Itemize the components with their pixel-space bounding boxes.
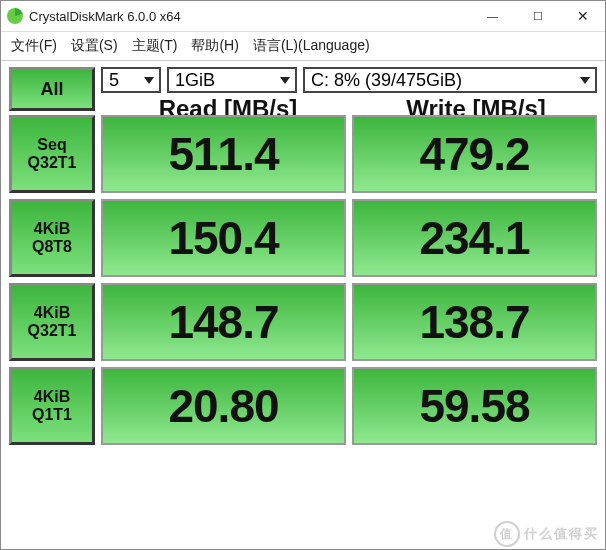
- menu-file[interactable]: 文件(F): [11, 37, 57, 55]
- read-value: 148.7: [101, 283, 346, 361]
- controls-row: All 5 1GiB C: 8% (39/475GiB) Read [MB/s]…: [9, 67, 597, 111]
- all-button[interactable]: All: [9, 67, 95, 111]
- read-value: 150.4: [101, 199, 346, 277]
- write-value: 234.1: [352, 199, 597, 277]
- write-value: 479.2: [352, 115, 597, 193]
- row-label-l2: Q8T8: [32, 238, 72, 256]
- watermark: 值 什么值得买: [494, 521, 599, 547]
- table-row: 4KiB Q8T8 150.4 234.1: [9, 199, 597, 277]
- test-size-select[interactable]: 1GiB: [167, 67, 297, 93]
- row-label-l2: Q1T1: [32, 406, 72, 424]
- app-icon: [7, 8, 23, 24]
- seq-q32t1-button[interactable]: Seq Q32T1: [9, 115, 95, 193]
- titlebar: CrystalDiskMark 6.0.0 x64 — ☐ ✕: [1, 1, 605, 32]
- menu-theme[interactable]: 主题(T): [132, 37, 178, 55]
- table-row: 4KiB Q1T1 20.80 59.58: [9, 367, 597, 445]
- app-window: CrystalDiskMark 6.0.0 x64 — ☐ ✕ 文件(F) 设置…: [0, 0, 606, 550]
- results-grid: Seq Q32T1 511.4 479.2 4KiB Q8T8 150.4 23…: [9, 115, 597, 545]
- write-value: 59.58: [352, 367, 597, 445]
- menubar: 文件(F) 设置(S) 主题(T) 帮助(H) 语言(L)(Language): [1, 32, 605, 61]
- row-label-l2: Q32T1: [28, 322, 77, 340]
- write-value: 138.7: [352, 283, 597, 361]
- menu-settings[interactable]: 设置(S): [71, 37, 118, 55]
- close-button[interactable]: ✕: [560, 1, 605, 31]
- read-value: 511.4: [101, 115, 346, 193]
- read-value: 20.80: [101, 367, 346, 445]
- table-row: Seq Q32T1 511.4 479.2: [9, 115, 597, 193]
- row-label-l1: 4KiB: [34, 304, 70, 322]
- row-label-l1: 4KiB: [34, 220, 70, 238]
- window-title: CrystalDiskMark 6.0.0 x64: [29, 9, 181, 24]
- drive-select[interactable]: C: 8% (39/475GiB): [303, 67, 597, 93]
- watermark-logo-icon: 值: [494, 521, 520, 547]
- content-area: All 5 1GiB C: 8% (39/475GiB) Read [MB/s]…: [1, 61, 605, 549]
- menu-help[interactable]: 帮助(H): [191, 37, 238, 55]
- 4kib-q1t1-button[interactable]: 4KiB Q1T1: [9, 367, 95, 445]
- row-label-l2: Q32T1: [28, 154, 77, 172]
- 4kib-q8t8-button[interactable]: 4KiB Q8T8: [9, 199, 95, 277]
- menu-language[interactable]: 语言(L)(Language): [253, 37, 370, 55]
- maximize-button[interactable]: ☐: [515, 1, 560, 31]
- test-count-select[interactable]: 5: [101, 67, 161, 93]
- 4kib-q32t1-button[interactable]: 4KiB Q32T1: [9, 283, 95, 361]
- table-row: 4KiB Q32T1 148.7 138.7: [9, 283, 597, 361]
- row-label-l1: 4KiB: [34, 388, 70, 406]
- minimize-button[interactable]: —: [470, 1, 515, 31]
- watermark-text: 什么值得买: [524, 525, 599, 543]
- row-label-l1: Seq: [37, 136, 66, 154]
